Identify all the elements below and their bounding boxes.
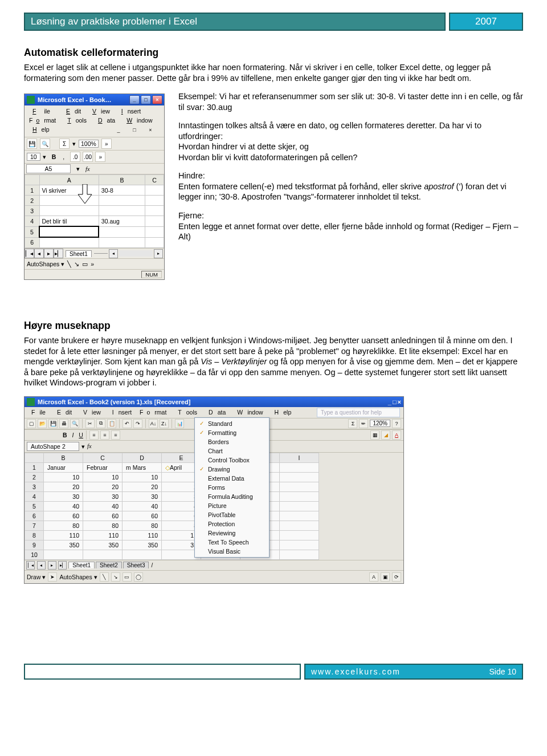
decrease-decimal-icon[interactable]: .0 bbox=[70, 152, 80, 162]
align-left-icon[interactable]: ≡ bbox=[89, 430, 99, 440]
col-header[interactable]: B bbox=[99, 175, 145, 185]
menu-insert[interactable]: Insert bbox=[115, 107, 145, 116]
zoom-box[interactable]: 120% bbox=[370, 420, 390, 427]
more-formatting-icon[interactable]: » bbox=[95, 152, 105, 162]
minimize-button[interactable]: _ bbox=[388, 399, 391, 405]
new-icon[interactable]: ▢ bbox=[27, 419, 36, 428]
menu-item-formula-auditing[interactable]: Formula Auditing bbox=[195, 492, 269, 501]
menu-edit[interactable]: Edit bbox=[50, 408, 76, 417]
autoshapes-menu[interactable]: AutoShapes ▾ bbox=[27, 261, 64, 267]
close-button[interactable]: × bbox=[398, 399, 401, 405]
maximize-button[interactable]: □ bbox=[141, 95, 151, 104]
menu-help[interactable]: Help bbox=[268, 408, 296, 417]
tab-prev-button[interactable]: ◂ bbox=[34, 249, 44, 258]
select-objects-icon[interactable]: ➤ bbox=[48, 572, 57, 582]
menu-view[interactable]: View bbox=[76, 408, 105, 417]
cut-icon[interactable]: ✂ bbox=[85, 419, 95, 428]
zoom-box[interactable]: 100% bbox=[79, 140, 99, 148]
align-right-icon[interactable]: ≡ bbox=[111, 430, 120, 440]
menu-item-forms[interactable]: Forms bbox=[195, 483, 269, 492]
sort-asc-icon[interactable]: A↓ bbox=[149, 419, 158, 428]
scrollbar[interactable] bbox=[119, 250, 153, 257]
worksheet-grid[interactable]: A B C 1Vi skriver30-8 2 3 4Det blir til3… bbox=[25, 174, 164, 248]
open-icon[interactable]: 📂 bbox=[38, 419, 47, 428]
autosum-icon[interactable]: Σ bbox=[59, 139, 70, 149]
preview-icon[interactable]: 🔍 bbox=[70, 419, 79, 428]
menu-edit[interactable]: Edit bbox=[59, 107, 85, 116]
rotate-icon[interactable]: ⟳ bbox=[392, 572, 401, 582]
draw-menu[interactable]: Draw ▾ bbox=[27, 574, 46, 580]
menu-file[interactable]: File bbox=[26, 107, 59, 116]
menu-format[interactable]: Format bbox=[26, 116, 60, 125]
font-color-icon[interactable]: A bbox=[392, 430, 401, 440]
tab-first-button[interactable]: ▏◂ bbox=[25, 249, 34, 258]
more-draw-icon[interactable]: » bbox=[91, 261, 94, 267]
name-box[interactable]: AutoShape 2 bbox=[27, 442, 79, 451]
menu-tools[interactable]: Tools bbox=[171, 408, 202, 417]
rect-icon[interactable]: ▭ bbox=[123, 572, 132, 582]
arrow-icon[interactable]: ↘ bbox=[74, 261, 79, 267]
menu-item-text-to-speech[interactable]: Text To Speech bbox=[195, 538, 269, 547]
close-button[interactable]: × bbox=[152, 95, 162, 104]
menu-window[interactable]: Window bbox=[120, 116, 157, 125]
tab-next-button[interactable]: ▸ bbox=[44, 249, 54, 258]
help-search-box[interactable]: Type a question for help bbox=[317, 408, 400, 417]
scroll-right-button[interactable]: ▸ bbox=[154, 249, 163, 258]
row-header[interactable]: 6 bbox=[25, 237, 40, 248]
inner-minimize-button[interactable]: _ bbox=[112, 126, 126, 135]
undo-icon[interactable]: ↶ bbox=[123, 419, 132, 428]
selected-cell[interactable] bbox=[39, 226, 99, 237]
line-icon[interactable]: ╲ bbox=[100, 572, 109, 582]
more-toolbar-icon[interactable]: » bbox=[101, 139, 112, 149]
textbox-icon[interactable]: A bbox=[369, 572, 378, 582]
menu-item-borders[interactable]: Borders bbox=[195, 437, 269, 446]
menu-item-external-data[interactable]: External Data bbox=[195, 474, 269, 483]
menu-tools[interactable]: Tools bbox=[60, 116, 91, 125]
print-icon[interactable]: 🖶 bbox=[59, 419, 68, 428]
save-icon[interactable]: 💾 bbox=[27, 139, 37, 149]
arrow-icon[interactable]: ↘ bbox=[111, 572, 120, 582]
drawing-icon[interactable]: ✏ bbox=[359, 419, 368, 428]
sheet-tab[interactable]: Sheet1 bbox=[68, 562, 95, 568]
row-header[interactable]: 5 bbox=[25, 226, 40, 237]
help-icon[interactable]: ? bbox=[392, 419, 401, 428]
autoshapes-menu[interactable]: AutoShapes ▾ bbox=[59, 574, 97, 580]
increase-decimal-icon[interactable]: .00 bbox=[83, 152, 93, 162]
inner-close-button[interactable]: × bbox=[144, 126, 158, 135]
menu-data[interactable]: Data bbox=[202, 408, 230, 417]
menu-help[interactable]: Help bbox=[26, 125, 54, 136]
autosum-icon[interactable]: Σ bbox=[348, 419, 357, 428]
menu-item-standard[interactable]: ✓Standard bbox=[195, 419, 269, 428]
row-header[interactable]: 2 bbox=[25, 196, 40, 206]
oval-icon[interactable]: ◯ bbox=[134, 572, 143, 582]
fill-color-icon[interactable]: ◢ bbox=[381, 430, 390, 440]
copy-icon[interactable]: ⧉ bbox=[96, 419, 105, 428]
row-header[interactable]: 3 bbox=[25, 206, 40, 216]
menu-item-chart[interactable]: Chart bbox=[195, 446, 269, 456]
menu-item-control-toolbox[interactable]: Control Toolbox bbox=[195, 456, 269, 465]
row-header[interactable]: 4 bbox=[25, 216, 40, 227]
menu-view[interactable]: View bbox=[85, 107, 115, 116]
fill-icon[interactable]: ▣ bbox=[381, 572, 390, 582]
save-icon[interactable]: 💾 bbox=[48, 419, 58, 428]
menu-window[interactable]: Window bbox=[230, 408, 267, 417]
menu-item-drawing[interactable]: ✓Drawing bbox=[195, 465, 269, 474]
menu-item-visual-basic[interactable]: Visual Basic bbox=[195, 547, 269, 556]
tab-last-button[interactable]: ▸▏ bbox=[54, 249, 63, 258]
menu-item-protection[interactable]: Protection bbox=[195, 519, 269, 529]
menu-item-formatting[interactable]: ✓Formatting bbox=[195, 428, 269, 437]
col-header[interactable]: C bbox=[145, 175, 164, 185]
sheet-tab[interactable]: Sheet3 bbox=[123, 562, 149, 568]
menu-data[interactable]: Data bbox=[91, 116, 120, 125]
menu-item-reviewing[interactable]: Reviewing bbox=[195, 529, 269, 538]
print-preview-icon[interactable]: 🔍 bbox=[40, 139, 50, 149]
tab-last-button[interactable]: ▸▏ bbox=[58, 561, 67, 570]
menu-format[interactable]: Format bbox=[136, 408, 171, 417]
scroll-left-button[interactable]: ◂ bbox=[109, 249, 118, 258]
col-header[interactable]: A bbox=[39, 175, 99, 185]
align-center-icon[interactable]: ≡ bbox=[100, 430, 109, 440]
minimize-button[interactable]: _ bbox=[129, 95, 140, 104]
borders-icon[interactable]: ▦ bbox=[370, 430, 379, 440]
maximize-button[interactable]: □ bbox=[393, 399, 397, 405]
tab-first-button[interactable]: ▏◂ bbox=[26, 561, 35, 570]
